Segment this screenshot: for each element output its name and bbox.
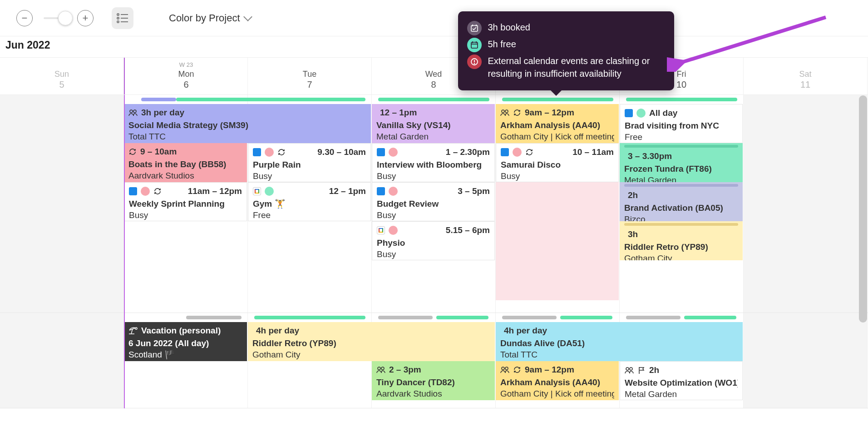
event-subtitle: Busy [129,209,242,221]
event-time: 3 – 5pm [377,185,490,197]
svg-point-17 [626,367,629,370]
svg-point-2 [117,17,119,19]
people-icon [500,366,509,374]
event-wo1[interactable]: 2hWebsite Optimization (WO1)Metal Garden [620,361,743,400]
svg-point-8 [502,110,504,113]
event-time: 2h [625,364,738,376]
event-time: 9am – 12pm [500,364,614,376]
day-header-tue[interactable]: Tue7 [248,58,372,94]
warning-icon [467,55,482,69]
event-subtitle: Busy [377,209,490,221]
event-aa40a[interactable]: 9am – 12pmArkham Analysis (AA40)Gotham C… [496,104,619,143]
svg-point-13 [378,367,380,370]
color-by-dropdown[interactable]: Color by Project [169,12,251,24]
milestone-icon [637,366,646,374]
event-title: Budget Review [377,198,490,210]
event-time: 4h per day [500,325,738,337]
svg-line-30 [681,17,826,63]
chevron-down-icon [243,12,252,21]
zoom-slider[interactable] [44,17,66,19]
event-vs14[interactable]: 12 – 1pmVanilla Sky (VS14)Metal Garden [372,104,495,143]
availability-bar [436,316,488,319]
day-number: 5 [0,79,123,90]
event-physio[interactable]: 5.15 – 6pmPhysioBusy [372,221,495,260]
event-time: 4h per day [252,325,490,337]
event-gym[interactable]: 12 – 1pmGym 🏋️Free [248,182,371,221]
event-sprint[interactable]: 11am – 12pmWeekly Sprint PlanningBusy [124,182,247,221]
calendar-body: 3h per daySocial Media Strategy (SM39)To… [0,95,868,408]
event-time: 12 – 1pm [253,185,366,197]
repeat-icon [128,148,137,156]
month-label: Jun 2022 [5,39,50,51]
event-time: 3h [624,228,738,240]
day-number: 7 [248,79,371,90]
event-time: All day [625,107,738,119]
people-icon [128,109,138,116]
event-drag-handle[interactable] [624,145,738,148]
list-view-button[interactable] [112,7,133,29]
event-ba05[interactable]: 2hBrand Activation (BA05)Bizco [620,182,743,221]
event-yp89a[interactable]: 3hRiddler Retro (YP89)Gotham City [620,221,743,260]
event-title: Arkham Analysis (AA40) [500,119,614,131]
event-vac[interactable]: Vacation (personal)6 Jun 2022 (All day)S… [124,322,247,361]
event-time: 5.15 – 6pm [377,224,490,236]
event-ft86[interactable]: 3 – 3.30pmFrozen Tundra (FT86)Metal Gard… [620,143,743,182]
event-budget[interactable]: 3 – 5pmBudget ReviewBusy [372,182,495,221]
event-title: Brand Activation (BA05) [624,202,738,214]
event-time: Vacation (personal) [128,325,242,337]
event-brad[interactable]: All dayBrad visiting from NYCFree [620,104,743,143]
availability-bar [378,316,433,319]
plus-icon: + [83,12,89,24]
event-title: Social Media Strategy (SM39) [128,119,366,131]
event-title: Weekly Sprint Planning [129,198,242,210]
event-drag-handle[interactable] [624,223,738,226]
event-time: 10 – 11am [501,146,614,158]
event-bb58[interactable]: 9 – 10amBoats in the Bay (BB58)Aardvark … [124,143,247,182]
event-title: Dundas Alive (DA51) [500,338,738,349]
event-title: Interview with Bloomberg [377,159,490,171]
tooltip-free-text: 5h free [488,38,516,50]
event-yp89b[interactable]: 4h per dayRiddler Retro (YP89)Gotham Cit… [248,322,495,361]
svg-point-15 [502,367,504,370]
availability-bar [560,316,612,319]
event-drag-handle[interactable] [624,184,738,187]
minus-icon: − [22,12,28,24]
availability-bar [186,316,242,319]
event-subtitle: Metal Garden [376,131,490,143]
svg-rect-23 [471,42,478,48]
event-subtitle: Gotham City | Kick off meeting [500,388,614,400]
event-title: Vanilla Sky (VS14) [376,119,490,131]
event-time: 3h per day [128,107,366,119]
repeat-icon [525,148,533,157]
schedule-row: 3h per daySocial Media Strategy (SM39)To… [0,95,868,313]
event-bloom[interactable]: 1 – 2.30pmInterview with BloombergBusy [372,143,495,182]
event-da51[interactable]: 4h per dayDundas Alive (DA51)Total TTC [496,322,743,361]
event-subtitle: Metal Garden [625,388,738,400]
zoom-out-button[interactable]: − [16,10,33,26]
free-icon [467,38,482,52]
event-td82[interactable]: 2 – 3pmTiny Dancer (TD82)Aardvark Studio… [372,361,495,400]
gcal-icon [377,226,385,235]
busy-dot-icon [141,187,150,196]
scrollbar[interactable] [859,95,867,323]
event-pinkblk[interactable] [496,182,619,300]
svg-rect-20 [471,25,478,31]
event-purple[interactable]: 9.30 – 10amPurple RainBusy [248,143,371,182]
event-time: 11am – 12pm [129,185,242,197]
event-subtitle: Bizco [624,214,738,221]
event-subtitle: Busy [377,170,490,182]
svg-point-9 [505,110,508,113]
availability-bar [502,98,614,101]
svg-point-29 [474,64,474,64]
event-aa40b[interactable]: 9am – 12pmArkham Analysis (AA40)Gotham C… [496,361,619,400]
availability-bar [626,316,681,319]
outlook-icon [377,187,385,196]
day-header-sun[interactable]: Sun5 [0,58,124,94]
people-icon [376,366,385,373]
busy-dot-icon [389,187,398,196]
day-header-mon[interactable]: W 23Mon6 [124,58,248,94]
event-samurai[interactable]: 10 – 11amSamurai DiscoBusy [496,143,619,182]
event-sm39[interactable]: 3h per daySocial Media Strategy (SM39)To… [124,104,371,143]
zoom-slider-knob[interactable] [58,11,73,25]
zoom-in-button[interactable]: + [77,10,94,26]
